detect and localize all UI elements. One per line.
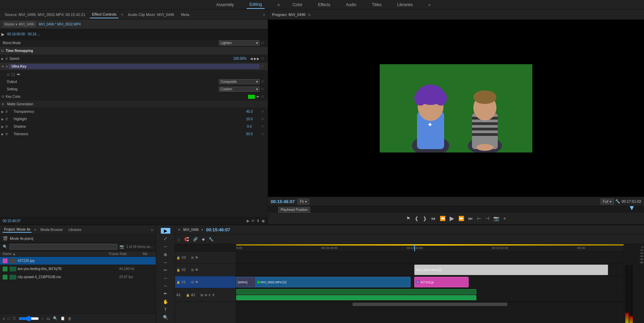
mark-in-btn[interactable]: ❰ xyxy=(415,216,419,221)
a1-s[interactable]: S xyxy=(209,293,211,297)
transparency-chevron[interactable]: ▶ xyxy=(1,110,4,113)
highlight-value[interactable]: 10.0 xyxy=(239,117,260,121)
footer-play-icon[interactable]: ▶ xyxy=(247,219,249,223)
list-item[interactable]: 437226.jpg xyxy=(0,257,156,265)
speed-nav-right[interactable]: ▶ xyxy=(257,57,260,60)
zoom-tool[interactable]: 🔍 xyxy=(161,315,170,320)
linked-select-btn[interactable]: 🔗 xyxy=(192,236,199,242)
meta-tab[interactable]: Meta xyxy=(179,11,191,18)
slide-tool[interactable]: ↔ xyxy=(161,283,170,289)
speed-stopwatch[interactable]: ⏱ xyxy=(5,57,8,60)
shadow-stopwatch[interactable]: ⏱ xyxy=(5,125,8,128)
sort-icon[interactable]: ↕ xyxy=(42,317,44,321)
freeform-icon[interactable]: ⬡ xyxy=(13,316,16,321)
transparency-stopwatch[interactable]: ⏱ xyxy=(5,110,8,113)
output-dropdown[interactable]: Composite ▾ xyxy=(219,79,260,84)
menu-assembly[interactable]: Assembly xyxy=(213,1,236,8)
project-menu-icon[interactable]: ≡ xyxy=(34,228,36,232)
new-item-icon[interactable]: 📋 xyxy=(60,316,65,321)
tolerance-reset[interactable]: ↺ xyxy=(261,132,266,136)
v3-sync[interactable]: ⊞ xyxy=(191,256,194,259)
speed-chevron[interactable]: ▶ xyxy=(1,57,4,60)
footer-export-icon[interactable]: ⬆ xyxy=(257,219,260,223)
selection-tool[interactable]: ▶ xyxy=(161,228,170,234)
v2-lock[interactable]: 🔒 xyxy=(176,268,180,272)
menu-titles[interactable]: Titles xyxy=(369,1,384,8)
audio-mixer-tab[interactable]: Audio Clip Mixer: MVI_0496 xyxy=(126,11,176,18)
blend-mode-dropdown[interactable]: Lighten ▾ xyxy=(219,40,260,46)
go-in-btn[interactable]: ⏮ xyxy=(431,216,436,221)
add-keyframe-btn[interactable]: ◆ xyxy=(201,236,206,242)
v1-lock[interactable]: 🔒 xyxy=(176,281,180,284)
transparency-reset[interactable]: ↺ xyxy=(261,110,266,113)
tolerance-stopwatch[interactable]: ⏱ xyxy=(5,132,8,136)
list-view-icon[interactable]: ≡ xyxy=(3,317,5,321)
fit-dropdown[interactable]: Fit ▾ xyxy=(298,199,309,204)
highlight-reset[interactable]: ↺ xyxy=(261,117,266,121)
overwrite-btn[interactable]: ⊣ xyxy=(485,216,489,221)
key-color-reset[interactable]: ↺ xyxy=(261,95,266,98)
icon-view-icon[interactable]: □ xyxy=(7,317,10,321)
tolerance-value[interactable]: 50.0 xyxy=(239,132,260,136)
transparency-value[interactable]: 45.0 xyxy=(239,110,260,113)
hand-tool[interactable]: ✋ xyxy=(161,299,170,305)
v3-lock[interactable]: 🔒 xyxy=(176,256,180,259)
v1-clip-main[interactable]: MVI_0502.MP4 [V] xyxy=(255,277,411,288)
razor-tool[interactable]: ✂ xyxy=(161,267,170,273)
rolling-edit-tool[interactable]: ⊕ xyxy=(161,252,170,257)
panel-more-icon[interactable]: » xyxy=(263,13,265,17)
project-tab[interactable]: Project: Movie 4e xyxy=(3,227,32,233)
a1-m[interactable]: M xyxy=(205,293,207,297)
audio-clip-2[interactable] xyxy=(236,295,476,301)
footer-loop-icon[interactable]: ⟳ xyxy=(251,219,254,223)
ripple-edit-tool[interactable]: ↔ xyxy=(161,244,170,249)
wrench-seq-btn[interactable]: 🔧 xyxy=(207,236,215,242)
track-select-tool[interactable]: ⤢ xyxy=(161,236,170,241)
menu-audio[interactable]: Audio xyxy=(343,1,359,8)
program-timecode[interactable]: 00:15:46:07 xyxy=(271,199,295,204)
audio-clip-1[interactable] xyxy=(236,289,476,294)
output-reset[interactable]: ↺ xyxy=(261,80,266,84)
v1-sync[interactable]: ⊞ xyxy=(191,280,194,284)
slip-tool[interactable]: ↔ xyxy=(161,275,170,281)
menu-libraries[interactable]: Libraries xyxy=(395,1,416,8)
effect-controls-tab[interactable]: Effect Controls xyxy=(90,11,118,18)
insert-btn[interactable]: ⊢ xyxy=(477,216,481,221)
v2-sync[interactable]: ⊞ xyxy=(191,268,194,272)
col-name-header[interactable]: Name ▲ xyxy=(3,252,109,256)
v3-eye[interactable]: 👁 xyxy=(195,256,198,259)
ultra-key-chevron[interactable]: ▼ xyxy=(1,65,4,68)
source-tab[interactable]: Source: MVI_0496; MVI_0502.MP4: 00:15:42… xyxy=(3,11,87,18)
seq-menu-icon[interactable]: ≡ xyxy=(202,228,204,232)
key-color-swatch[interactable] xyxy=(248,95,255,99)
clear-icon[interactable]: 🗑 xyxy=(68,317,72,321)
key-color-eyedropper[interactable]: ✒ xyxy=(256,94,260,99)
highlight-chevron[interactable]: ▶ xyxy=(1,118,4,121)
step-back-btn[interactable]: ⏪ xyxy=(440,216,446,221)
search-footer-icon[interactable]: 🔍 xyxy=(53,316,58,321)
go-out-btn[interactable]: ⏭ xyxy=(468,216,473,221)
v2-clip-main[interactable]: MVI_0502.MP4 [V] xyxy=(414,265,608,275)
marker-in-btn[interactable]: ⚑ xyxy=(406,216,411,221)
a1-mic[interactable]: 🎙 xyxy=(212,293,215,297)
type-tool[interactable]: T xyxy=(161,307,170,312)
list-item[interactable]: are-you-feeling-this_M1YqTB 44,100 Hz xyxy=(0,265,156,273)
pen-tool[interactable]: ✒ xyxy=(161,291,170,297)
menu-effects[interactable]: Effects xyxy=(315,1,333,8)
snap-btn[interactable]: 🧲 xyxy=(183,236,190,242)
v1-clip-pink[interactable]: fx 437226.jp xyxy=(414,277,469,288)
col-me-header[interactable]: Me xyxy=(143,252,153,256)
ultra-key-reset[interactable]: ↺ xyxy=(261,65,266,68)
rect-icon[interactable]: □ xyxy=(12,72,14,77)
setting-dropdown[interactable]: Custom ▾ xyxy=(219,87,260,92)
close-sequence-icon[interactable]: ✕ xyxy=(178,228,181,232)
a1-lock[interactable]: 🔒 xyxy=(186,293,190,297)
matte-gen-chevron[interactable]: ▼ xyxy=(1,103,4,106)
effect-controls-menu-icon[interactable]: ≡ xyxy=(121,13,123,16)
camera-icon[interactable]: 📷 xyxy=(119,245,124,249)
menu-editing[interactable]: Editing xyxy=(247,1,265,9)
play-btn[interactable]: ▶ xyxy=(450,215,454,222)
mark-out-btn[interactable]: ❱ xyxy=(423,216,427,221)
search-input[interactable] xyxy=(10,244,117,250)
shadow-value[interactable]: 0.0 xyxy=(239,125,260,128)
